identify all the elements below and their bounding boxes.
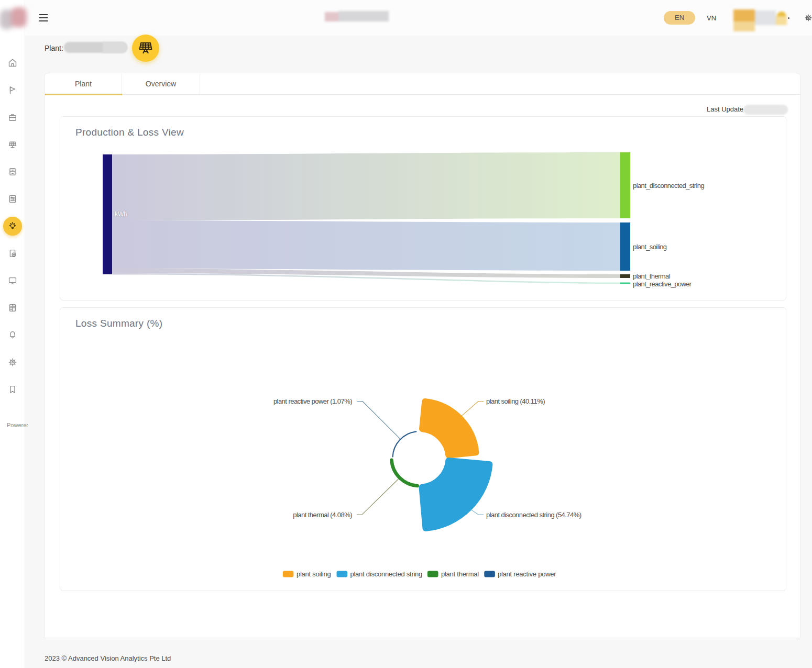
svg-text:plant soiling: plant soiling xyxy=(297,570,331,578)
svg-text:plant_thermal: plant_thermal xyxy=(633,272,671,280)
svg-text:plant_reactive_power: plant_reactive_power xyxy=(633,280,692,288)
svg-text:kWh: kWh xyxy=(115,210,127,218)
svg-text:plant thermal: plant thermal xyxy=(441,570,479,578)
svg-text:plant_soiling: plant_soiling xyxy=(633,243,667,251)
svg-text:plant disconnected string: plant disconnected string xyxy=(350,570,423,578)
svg-text:plant soiling (40.11%): plant soiling (40.11%) xyxy=(486,397,545,405)
svg-text:plant_disconnected_string: plant_disconnected_string xyxy=(633,182,704,190)
svg-text:plant disconnected string (54.: plant disconnected string (54.74%) xyxy=(486,511,581,519)
svg-text:plant thermal (4.08%): plant thermal (4.08%) xyxy=(293,511,352,519)
svg-text:plant reactive power (1.07%): plant reactive power (1.07%) xyxy=(273,397,352,405)
svg-text:plant reactive power: plant reactive power xyxy=(498,570,556,578)
